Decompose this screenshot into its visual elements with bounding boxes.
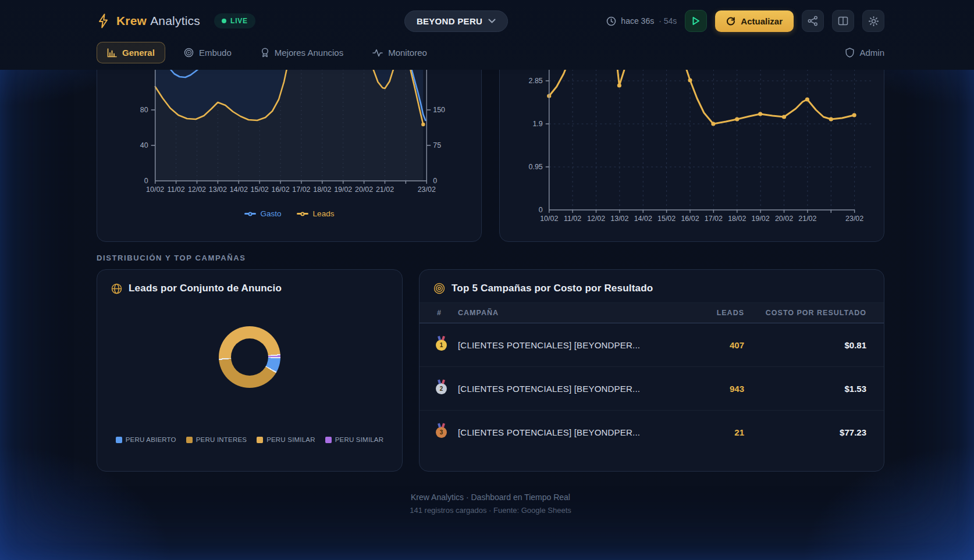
layout-columns-button[interactable] [832, 10, 854, 32]
x-axis-label: 13/02 [209, 186, 227, 194]
column-rank: # [420, 303, 458, 323]
play-icon [692, 16, 700, 26]
x-axis-label: 21/02 [376, 186, 394, 194]
spend-leads-legend: Gasto Leads [97, 209, 481, 218]
medal-icon: 1 [436, 340, 447, 351]
bullseye-icon [433, 283, 445, 294]
left-axis-tick: 80 [140, 106, 148, 114]
donut-legend-item: PERU SIMILAR [257, 436, 315, 443]
leads-value: 407 [657, 323, 744, 367]
tab-embudo[interactable]: Embudo [173, 42, 242, 63]
share-button[interactable] [802, 10, 824, 32]
x-axis-label: 15/02 [657, 215, 676, 223]
x-axis-label: 16/02 [271, 186, 289, 194]
left-axis-tick: 40 [140, 141, 148, 149]
tab-mejores-anuncios[interactable]: Mejores Anuncios [250, 42, 354, 63]
donut-legend: PERU ABIERTO PERU INTERES PERU SIMILAR P… [97, 436, 402, 443]
x-axis-label: 18/02 [728, 215, 746, 223]
nav-bar: General Embudo Mejores Anuncios [0, 36, 974, 63]
right-axis-tick: 150 [433, 106, 445, 114]
activity-pulse-icon [372, 49, 383, 57]
target-icon [184, 48, 194, 58]
x-axis-label: 11/02 [167, 186, 184, 194]
nav-admin[interactable]: Admin [845, 48, 884, 58]
leads-value: 943 [657, 367, 744, 411]
live-badge: LIVE [214, 13, 255, 28]
donut-legend-label: PERU ABIERTO [126, 436, 176, 443]
tab-monitoreo[interactable]: Monitoreo [362, 42, 438, 63]
tab-general[interactable]: General [97, 42, 165, 63]
table-card-header: Top 5 Campañas por Costo por Resultado [420, 270, 884, 294]
account-selector-label: BEYOND PERU [417, 16, 482, 26]
cost-value: $1.53 [744, 367, 884, 411]
right-axis-tick: 0 [433, 177, 437, 185]
refresh-button[interactable]: Actualizar [715, 10, 794, 32]
donut-legend-item: PERU SIMILAR [325, 436, 384, 443]
main-content: 80 40 0 150 75 0 10/02 11/02 12/02 13/02… [97, 70, 884, 515]
medal-icon: 3 [436, 427, 447, 438]
y-axis-tick: 1.9 [532, 120, 542, 128]
tab-monitoreo-label: Monitoreo [388, 48, 427, 58]
x-axis-label: 13/02 [610, 215, 628, 223]
donut-legend-label: PERU SIMILAR [335, 436, 384, 443]
donut-card-header: Leads por Conjunto de Anuncio [97, 270, 402, 294]
legend-label: Gasto [261, 209, 282, 218]
header-top-row: KrewAnalytics LIVE BEYOND PERU [0, 0, 974, 36]
x-axis-label: 19/02 [334, 186, 352, 194]
donut-legend-label: PERU SIMILAR [266, 436, 315, 443]
account-selector[interactable]: BEYOND PERU [404, 10, 508, 32]
column-campaign: CAMPAÑA [458, 303, 657, 323]
tab-general-label: General [122, 48, 155, 58]
columns-icon [838, 16, 848, 26]
y-axis-tick: 2.85 [529, 77, 543, 85]
dashboard-screen: KrewAnalytics LIVE BEYOND PERU [0, 0, 974, 560]
leads-value: 21 [657, 411, 744, 454]
left-axis-tick: 0 [144, 177, 148, 185]
legend-label: Leads [313, 209, 335, 218]
donut-card-title: Leads por Conjunto de Anuncio [129, 283, 282, 294]
table-row[interactable]: 3 [CLIENTES POTENCIALES] [BEYONDPER... 2… [420, 411, 884, 454]
donut-legend-label: PERU INTERES [196, 436, 247, 443]
legend-line-marker [244, 213, 256, 215]
app-header: KrewAnalytics LIVE BEYOND PERU [0, 0, 974, 70]
refresh-button-label: Actualizar [741, 16, 783, 26]
legend-swatch [186, 437, 193, 443]
refresh-icon [726, 16, 735, 26]
y-axis-tick: 0.95 [529, 163, 543, 171]
footer-line1: Krew Analytics · Dashboard en Tiempo Rea… [97, 493, 884, 502]
share-icon [808, 16, 818, 26]
x-axis-label: 10/02 [146, 186, 164, 194]
cost-value: $0.81 [744, 323, 884, 367]
leads-by-adset-card: Leads por Conjunto de Anuncio PERU ABIER… [97, 269, 403, 472]
page-footer: Krew Analytics · Dashboard en Tiempo Rea… [97, 493, 884, 515]
campaign-name: [CLIENTES POTENCIALES] [BEYONDPER... [458, 323, 657, 367]
header-actions: hace 36s · 54s Actualizar [606, 10, 884, 32]
settings-button[interactable] [862, 10, 884, 32]
globe-icon [111, 283, 122, 294]
x-axis-label: 18/02 [313, 186, 331, 194]
brand: KrewAnalytics [97, 13, 200, 28]
nav-admin-label: Admin [859, 48, 884, 58]
tab-embudo-label: Embudo [199, 48, 232, 58]
x-axis-label: 19/02 [752, 215, 770, 223]
cost-chart: 2.85 1.9 0.95 0 10/02 11/02 12/02 13/02 … [500, 69, 884, 241]
gear-icon [868, 16, 879, 27]
bar-chart-icon [107, 48, 117, 58]
legend-swatch [325, 437, 332, 443]
x-axis-label: 17/02 [705, 215, 723, 223]
x-axis-label: 12/02 [587, 215, 605, 223]
x-axis-label: 10/02 [540, 215, 558, 223]
x-axis-label: 20/02 [775, 215, 793, 223]
medal-icon: 2 [436, 383, 447, 394]
x-axis-label: 17/02 [292, 186, 310, 194]
last-updated: hace 36s · 54s [606, 16, 677, 26]
legend-line-marker [297, 213, 308, 215]
clock-icon [606, 16, 616, 26]
next-refresh-text: · 54s [659, 16, 677, 26]
x-axis-label: 23/02 [418, 186, 436, 194]
table-row[interactable]: 2 [CLIENTES POTENCIALES] [BEYONDPER... 9… [420, 367, 884, 411]
app-title-bold: Krew [116, 14, 147, 27]
top-campaigns-card: Top 5 Campañas por Costo por Resultado #… [419, 269, 884, 472]
table-row[interactable]: 1 [CLIENTES POTENCIALES] [BEYONDPER... 4… [420, 323, 884, 367]
play-button[interactable] [685, 10, 707, 32]
